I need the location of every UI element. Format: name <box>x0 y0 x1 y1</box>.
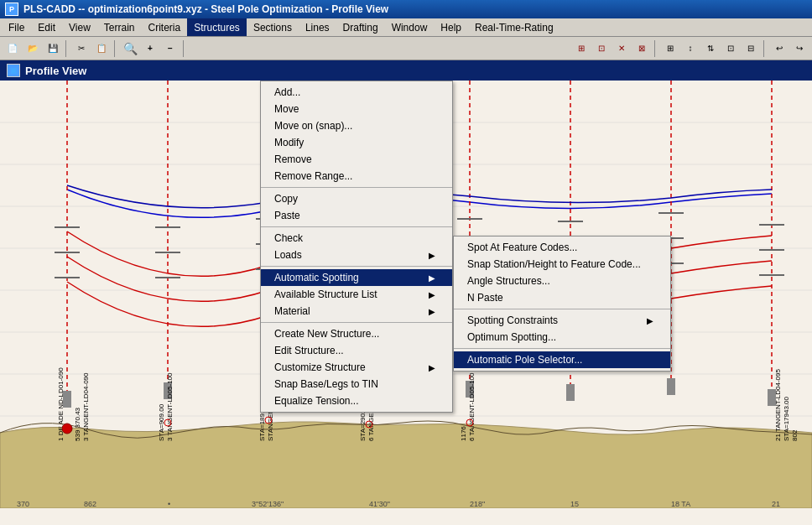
svg-text:41'30": 41'30" <box>369 500 390 508</box>
menu-modify[interactable]: Modify <box>261 134 452 151</box>
struct-section-5: Create New Structure... Edit Structure..… <box>261 323 452 412</box>
autospotting-section-3: Automatic Pole Selector... <box>454 349 670 371</box>
menu-add[interactable]: Add... <box>261 84 452 101</box>
tb-zoom-in[interactable]: 🔍 <box>121 39 139 58</box>
svg-text:•: • <box>168 500 170 508</box>
menu-move-snap[interactable]: Move on (snap)... <box>261 117 452 134</box>
title-bar: P PLS-CADD -- optimization6point9.xyz - … <box>0 0 812 18</box>
title-text: PLS-CADD -- optimization6point9.xyz - St… <box>23 3 388 15</box>
menu-remove[interactable]: Remove <box>261 151 452 168</box>
svg-text:3"52'136": 3"52'136" <box>252 500 284 508</box>
menu-copy[interactable]: Copy <box>261 190 452 207</box>
svg-text:802: 802 <box>791 429 799 441</box>
tb-undo[interactable]: ↩ <box>770 39 789 58</box>
menu-bar: File Edit View Terrain Criteria Structur… <box>0 18 812 37</box>
menu-lines[interactable]: Lines <box>299 18 336 36</box>
tb-r6[interactable]: ↕ <box>681 39 700 58</box>
app-icon: P <box>5 3 18 16</box>
menu-move[interactable]: Move <box>261 101 452 117</box>
menu-equalize[interactable]: Equalize Tension... <box>261 392 452 409</box>
menu-optimum-spotting[interactable]: Optimum Spotting... <box>454 329 670 346</box>
menu-angle-struct[interactable]: Angle Structures... <box>454 273 670 289</box>
svg-rect-41 <box>667 378 675 395</box>
menu-criteria[interactable]: Criteria <box>142 18 188 36</box>
menu-realtime[interactable]: Real-Time-Rating <box>468 18 560 36</box>
profile-view-title: Profile View <box>25 65 86 77</box>
svg-text:21 TANGENT-LD04-095: 21 TANGENT-LD04-095 <box>774 368 782 441</box>
svg-text:539 370.43: 539 370.43 <box>74 407 81 441</box>
menu-check[interactable]: Check <box>261 230 452 247</box>
menu-paste[interactable]: Paste <box>261 207 452 224</box>
tb-r4[interactable]: ⊠ <box>632 39 651 58</box>
tb-r2[interactable]: ⊡ <box>592 39 611 58</box>
menu-snap-base[interactable]: Snap Base/Legs to TIN <box>261 376 452 392</box>
customize-arrow: ▶ <box>429 363 435 372</box>
svg-text:3 TANGENT-LD04-090: 3 TANGENT-LD04-090 <box>82 372 90 441</box>
menu-material[interactable]: Material ▶ <box>261 303 452 320</box>
structures-dropdown: Add... Move Move on (snap)... Modify Rem… <box>260 81 453 413</box>
tb-r3[interactable]: ✕ <box>612 39 631 58</box>
menu-customize[interactable]: Customize Structure ▶ <box>261 359 452 376</box>
menu-view[interactable]: View <box>62 18 97 36</box>
menu-sections[interactable]: Sections <box>247 18 299 36</box>
tb-zoom-minus[interactable]: − <box>161 39 180 58</box>
autospotting-section-1: Spot At Feature Codes... Snap Station/He… <box>454 237 670 309</box>
menu-loads[interactable]: Loads ▶ <box>261 247 452 263</box>
profile-view-header: ▣ Profile View <box>0 60 812 81</box>
tb-r5[interactable]: ⊞ <box>661 39 679 58</box>
canvas-area: 1 DE ADE ND-LD01-090 539 370.43 3 TANGEN… <box>0 81 812 525</box>
svg-text:6 TANGENT-LD05-100: 6 TANGENT-LD05-100 <box>468 372 476 441</box>
svg-text:218": 218" <box>470 500 485 508</box>
svg-text:370: 370 <box>17 500 29 508</box>
svg-text:21: 21 <box>772 500 780 508</box>
loads-arrow: ▶ <box>429 251 435 260</box>
menu-avail-struct[interactable]: Available Structure List ▶ <box>261 286 452 303</box>
svg-text:862: 862 <box>84 500 96 508</box>
menu-create-new[interactable]: Create New Structure... <box>261 325 452 342</box>
menu-remove-range[interactable]: Remove Range... <box>261 168 452 185</box>
menu-drafting[interactable]: Drafting <box>336 18 385 36</box>
tb-redo[interactable]: ↪ <box>790 39 809 58</box>
tb-sep3 <box>183 40 186 57</box>
svg-text:15: 15 <box>570 500 579 508</box>
struct-section-3: Check Loads ▶ <box>261 227 452 267</box>
svg-point-63 <box>62 424 72 434</box>
menu-window[interactable]: Window <box>385 18 435 36</box>
menu-snap-station[interactable]: Snap Station/Height to Feature Code... <box>454 256 670 273</box>
menu-structures[interactable]: Structures <box>187 18 247 36</box>
auto-spotting-arrow: ▶ <box>429 273 435 283</box>
struct-section-1: Add... Move Move on (snap)... Modify Rem… <box>261 81 452 188</box>
menu-auto-pole-selector[interactable]: Automatic Pole Selector... <box>454 351 670 368</box>
menu-help[interactable]: Help <box>434 18 468 36</box>
menu-terrain[interactable]: Terrain <box>97 18 142 36</box>
tb-cut[interactable]: ✂ <box>72 39 91 58</box>
auto-spotting-submenu: Spot At Feature Codes... Snap Station/He… <box>453 236 671 372</box>
struct-section-4: Automatic Spotting ▶ Available Structure… <box>261 267 452 323</box>
tb-r7[interactable]: ⇅ <box>701 39 720 58</box>
tb-open[interactable]: 📂 <box>23 39 42 58</box>
tb-sep2 <box>114 40 117 57</box>
menu-n-paste[interactable]: N Paste <box>454 289 670 306</box>
tb-r8[interactable]: ⊡ <box>721 39 740 58</box>
tb-r9[interactable]: ⊟ <box>742 39 760 58</box>
tb-sep1 <box>65 40 69 57</box>
menu-spotting-constraints[interactable]: Spotting Constraints ▶ <box>454 312 670 329</box>
menu-edit-struct[interactable]: Edit Structure... <box>261 342 452 359</box>
toolbar: 📄 📂 💾 ✂ 📋 🔍 + − ⊞ ⊡ ✕ ⊠ ⊞ ↕ ⇅ ⊡ ⊟ ↩ ↪ <box>0 37 812 60</box>
tb-r1[interactable]: ⊞ <box>572 39 591 58</box>
tb-new[interactable]: 📄 <box>3 39 22 58</box>
menu-spot-feature[interactable]: Spot At Feature Codes... <box>454 239 670 256</box>
tb-zoom-plus[interactable]: + <box>141 39 159 58</box>
spotting-constraints-arrow: ▶ <box>647 316 653 325</box>
menu-auto-spotting[interactable]: Automatic Spotting ▶ <box>261 269 452 286</box>
avail-struct-arrow: ▶ <box>429 290 435 299</box>
tb-copy[interactable]: 📋 <box>92 39 111 58</box>
material-arrow: ▶ <box>429 307 435 316</box>
menu-edit[interactable]: Edit <box>31 18 62 36</box>
svg-text:1176: 1176 <box>460 426 467 441</box>
menu-file[interactable]: File <box>2 18 31 36</box>
svg-text:18 TA: 18 TA <box>671 500 690 508</box>
tb-save[interactable]: 💾 <box>44 39 62 58</box>
tb-sep4 <box>654 40 658 57</box>
svg-text:STA=17943.00: STA=17943.00 <box>783 396 790 441</box>
